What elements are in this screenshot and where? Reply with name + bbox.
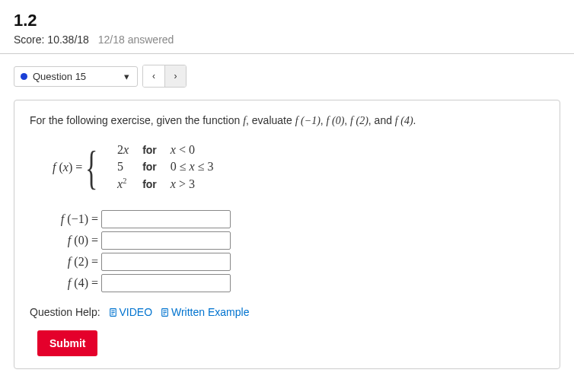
document-icon [108,308,118,317]
status-dot-icon [21,73,27,80]
submit-button[interactable]: Submit [37,330,97,356]
pw-open: ( [56,161,62,174]
prompt-c1: , [320,114,327,126]
pw-cond: 0 ≤ x ≤ 3 [166,159,218,174]
dropdown-label: Question 15 [33,71,86,82]
answer-label: f (4) = [53,276,98,290]
question-help: Question Help: VIDEO Written Example [30,306,544,318]
prompt-t1: f (−1) [295,115,320,126]
question-prompt: For the following exercise, given the fu… [30,114,544,127]
answer-input-0[interactable] [101,210,231,228]
answer-row: f (−1) = [53,210,544,228]
written-example-link[interactable]: Written Example [160,306,249,318]
piecewise-table: 2xforx < 05for0 ≤ x ≤ 3x2forx > 3 [111,141,219,193]
pw-for: for [135,159,164,174]
answered-count: 12/18 answered [98,33,174,46]
pw-cond: x > 3 [166,176,218,192]
answer-label: f (−1) = [53,212,98,226]
piecewise-definition: f (x) = { 2xforx < 05for0 ≤ x ≤ 3x2forx … [53,141,544,193]
answer-input-3[interactable] [101,274,231,292]
pw-close: ) = [69,161,82,174]
pw-expr: 2x [113,142,133,158]
prompt-c2: , [344,114,350,126]
pw-for: for [135,176,164,192]
score-value: 10.38/18 [47,33,89,46]
score-line: Score: 10.38/18 12/18 answered [14,33,560,46]
answer-row: f (2) = [53,253,544,271]
score-label: Score: [14,33,44,46]
answer-block: f (−1) =f (0) =f (2) =f (4) = [53,210,544,292]
written-example-text: Written Example [171,306,249,318]
piecewise-row: 5for0 ≤ x ≤ 3 [113,159,218,174]
prompt-mid: , evaluate [246,114,295,126]
piecewise-row: x2forx > 3 [113,176,218,192]
left-brace-icon: { [85,144,97,191]
answer-row: f (4) = [53,274,544,292]
answer-row: f (0) = [53,231,544,250]
pw-expr: x2 [113,176,133,192]
page-title: 1.2 [14,11,560,30]
prompt-t4: f (4) [395,115,413,126]
nav-button-group: ‹ › [142,65,187,88]
piecewise-row: 2xforx < 0 [113,142,218,158]
prompt-lead: For the following exercise, given the fu… [30,114,243,126]
answer-input-1[interactable] [101,231,231,250]
pw-cond: x < 0 [166,142,218,158]
answer-label: f (0) = [53,234,98,247]
question-card: For the following exercise, given the fu… [14,100,560,369]
question-toolbar: Question 15 ▾ ‹ › [14,65,560,88]
help-label: Question Help: [30,306,100,318]
prompt-t3: f (2) [350,115,368,126]
prompt-c3: , and [368,114,395,126]
answer-input-2[interactable] [101,253,231,271]
caret-down-icon: ▾ [124,71,129,82]
prompt-end: . [413,114,416,126]
pw-expr: 5 [113,159,133,174]
pw-x: x [63,161,69,174]
video-help-text: VIDEO [120,306,153,318]
document-icon [160,308,170,317]
video-help-link[interactable]: VIDEO [108,306,155,318]
answer-label: f (2) = [53,255,98,269]
prev-question-button[interactable]: ‹ [143,65,164,87]
divider [0,53,574,54]
question-dropdown[interactable]: Question 15 ▾ [14,66,138,87]
pw-for: for [135,142,164,158]
next-question-button[interactable]: › [164,65,186,87]
prompt-t2: f (0) [327,115,345,126]
